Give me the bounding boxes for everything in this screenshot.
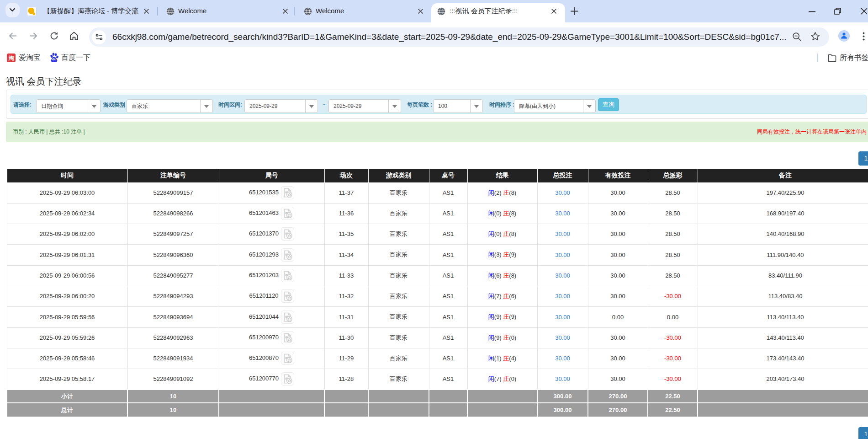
svg-text:淘: 淘 — [8, 55, 14, 61]
svg-text:du: du — [52, 57, 57, 61]
